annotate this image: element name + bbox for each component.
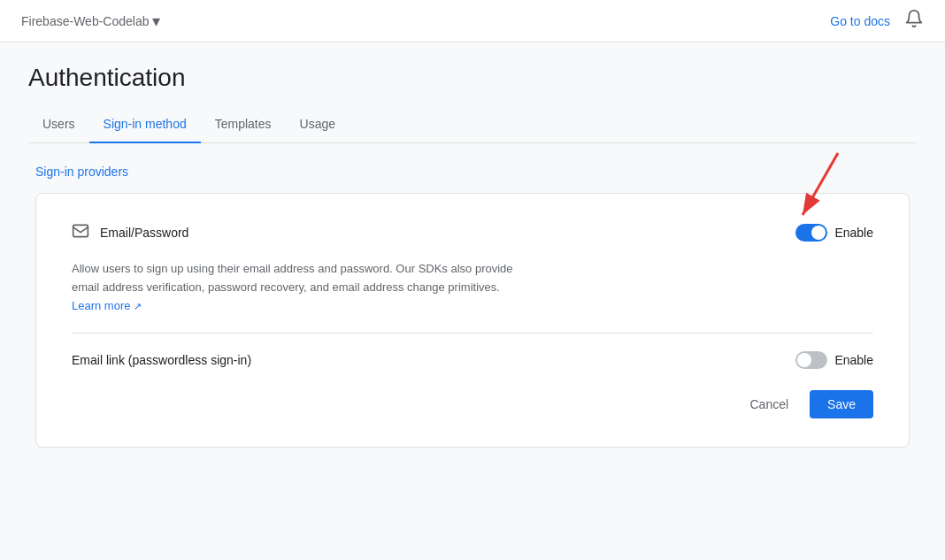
annotation-arrow — [749, 144, 856, 233]
go-to-docs-link[interactable]: Go to docs — [830, 14, 890, 28]
email-link-label: Email link (passwordless sign-in) — [72, 353, 251, 367]
page-title: Authentication — [28, 64, 917, 92]
top-bar: Firebase-Web-Codelab ▾ Go to docs — [0, 0, 945, 42]
tab-templates[interactable]: Templates — [201, 106, 286, 143]
email-link-row: Email link (passwordless sign-in) Enable — [72, 351, 873, 369]
email-password-label: Email/Password — [72, 222, 188, 242]
learn-more-link[interactable]: Learn more ↗ — [72, 299, 142, 312]
email-password-row: Email/Password Enable — [72, 222, 873, 242]
divider — [72, 333, 873, 334]
dropdown-icon[interactable]: ▾ — [152, 12, 160, 31]
tab-users[interactable]: Users — [28, 106, 89, 143]
svg-rect-0 — [73, 225, 88, 236]
top-bar-right: Go to docs — [830, 9, 924, 33]
section-title: Sign-in providers — [28, 165, 917, 179]
bell-icon[interactable] — [904, 9, 924, 33]
save-button[interactable]: Save — [810, 390, 873, 418]
email-password-text: Email/Password — [100, 226, 188, 240]
main-content: Authentication Users Sign-in method Temp… — [0, 42, 945, 469]
email-password-toggle-group: Enable — [795, 224, 873, 242]
email-link-toggle[interactable] — [795, 351, 827, 369]
email-password-enable-label: Enable — [834, 226, 873, 240]
providers-card: Email/Password Enable — [35, 193, 910, 448]
email-link-text: Email link (passwordless sign-in) — [72, 353, 251, 367]
email-password-description: Allow users to sign up using their email… — [72, 260, 514, 315]
top-bar-left: Firebase-Web-Codelab ▾ — [21, 12, 160, 31]
tabs: Users Sign-in method Templates Usage — [28, 106, 917, 143]
email-link-enable-label: Enable — [834, 353, 873, 367]
email-password-toggle[interactable] — [795, 224, 827, 242]
project-name[interactable]: Firebase-Web-Codelab — [21, 14, 149, 28]
email-link-toggle-group: Enable — [795, 351, 873, 369]
cancel-button[interactable]: Cancel — [735, 390, 803, 418]
tab-signin-method[interactable]: Sign-in method — [89, 106, 201, 143]
tab-usage[interactable]: Usage — [286, 106, 350, 143]
buttons-row: Cancel Save — [72, 390, 873, 418]
email-icon — [72, 222, 89, 242]
external-link-icon: ↗ — [134, 300, 142, 311]
svg-line-2 — [803, 153, 838, 215]
